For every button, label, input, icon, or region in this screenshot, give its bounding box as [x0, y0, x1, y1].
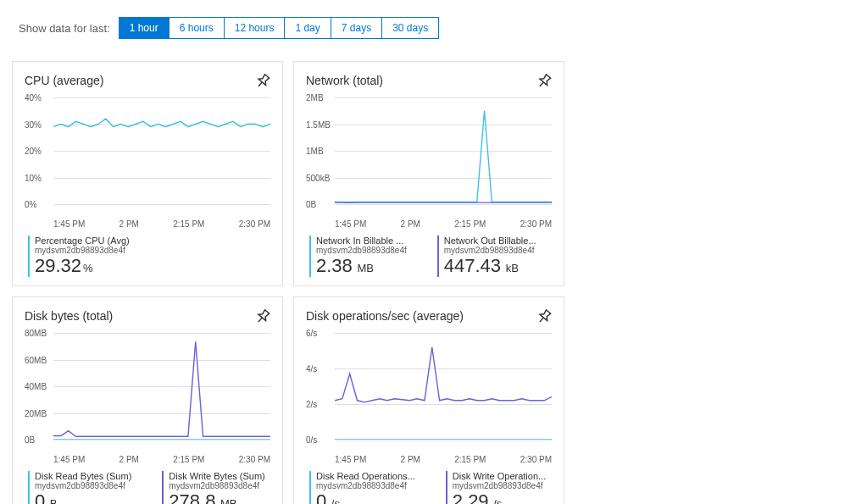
- y-tick: 40MB: [25, 382, 47, 391]
- x-axis: 1:45 PM2 PM2:15 PM2:30 PM: [53, 219, 270, 229]
- y-tick: 0/s: [306, 435, 317, 445]
- chart-area: 0%10%20%30%40%: [25, 97, 270, 216]
- y-tick: 0%: [25, 200, 36, 209]
- y-tick: 60MB: [25, 355, 47, 364]
- legend-value: 2.29: [453, 490, 489, 504]
- metric-tile: Network (total)0B500kB1MB1.5MB2MB1:45 PM…: [293, 61, 564, 286]
- pin-icon[interactable]: [252, 306, 273, 327]
- legend-name: Disk Write Operation...: [453, 471, 546, 481]
- x-tick: 1:45 PM: [53, 455, 85, 464]
- time-range-6-hours[interactable]: 6 hours: [170, 17, 225, 39]
- legend-value: 29.32: [35, 255, 81, 276]
- x-tick: 1:45 PM: [53, 219, 85, 229]
- legend-resource: mydsvm2db98893d8e4f: [316, 246, 407, 255]
- y-tick: 10%: [25, 173, 42, 182]
- y-tick: 0B: [25, 435, 35, 445]
- legend-item: Network Out Billable...mydsvm2db98893d8e…: [437, 235, 536, 277]
- legend-name: Percentage CPU (Avg): [35, 235, 130, 246]
- legend-item: Network In Billable ...mydsvm2db98893d8e…: [309, 235, 407, 277]
- x-tick: 2:30 PM: [239, 455, 270, 464]
- legend-unit: /s: [491, 497, 503, 504]
- y-tick: 500kB: [306, 173, 330, 182]
- legend-name: Disk Read Bytes (Sum): [35, 471, 131, 481]
- legend-resource: mydsvm2db98893d8e4f: [444, 246, 536, 255]
- tile-title: CPU (average): [25, 74, 103, 87]
- chart-area: 0/s2/s4/s6/s: [306, 333, 552, 451]
- pin-icon[interactable]: [252, 70, 273, 91]
- legend-item: Disk Read Bytes (Sum)mydsvm2db98893d8e4f…: [28, 471, 131, 504]
- y-tick: 20%: [25, 147, 42, 156]
- pin-icon[interactable]: [533, 70, 554, 91]
- time-range-30-days[interactable]: 30 days: [382, 17, 439, 39]
- legend-name: Disk Write Bytes (Sum): [169, 471, 264, 481]
- legend-value: 447.43: [444, 255, 501, 276]
- y-tick: 2/s: [306, 400, 317, 409]
- time-range-buttons: 1 hour6 hours12 hours1 day7 days30 days: [119, 17, 440, 39]
- legend: Percentage CPU (Avg)mydsvm2db98893d8e4f2…: [28, 235, 270, 277]
- legend-name: Network Out Billable...: [444, 235, 536, 246]
- metric-tile: Disk bytes (total)0B20MB40MB60MB80MB1:45…: [12, 296, 283, 504]
- legend-unit: MB: [354, 262, 374, 274]
- legend-item: Disk Write Operation...mydsvm2db98893d8e…: [446, 471, 546, 504]
- legend-resource: mydsvm2db98893d8e4f: [169, 481, 264, 490]
- legend-name: Disk Read Operations...: [316, 471, 415, 481]
- y-tick: 6/s: [306, 329, 317, 338]
- legend-unit: kB: [503, 262, 519, 274]
- y-tick: 0B: [306, 200, 316, 209]
- pin-icon[interactable]: [533, 306, 554, 327]
- legend-unit: MB: [217, 497, 236, 504]
- legend-value: 0: [35, 490, 45, 504]
- time-range-1-hour[interactable]: 1 hour: [119, 17, 170, 39]
- time-range-label: Show data for last:: [19, 22, 110, 35]
- y-tick: 2MB: [306, 93, 324, 102]
- tile-title: Disk operations/sec (average): [306, 309, 464, 323]
- x-tick: 2 PM: [401, 455, 420, 464]
- time-range-7-days[interactable]: 7 days: [331, 17, 382, 39]
- legend-unit: B: [47, 497, 57, 504]
- legend: Network In Billable ...mydsvm2db98893d8e…: [309, 235, 552, 277]
- x-tick: 2 PM: [401, 219, 420, 229]
- time-range-1-day[interactable]: 1 day: [285, 17, 331, 39]
- legend-unit: /s: [328, 497, 340, 504]
- metric-tile: Disk operations/sec (average)0/s2/s4/s6/…: [293, 296, 564, 504]
- x-tick: 2 PM: [120, 455, 139, 464]
- x-axis: 1:45 PM2 PM2:15 PM2:30 PM: [335, 455, 552, 464]
- svg-line-2: [258, 318, 262, 322]
- x-tick: 1:45 PM: [335, 455, 366, 464]
- x-tick: 2:30 PM: [239, 219, 270, 229]
- y-tick: 30%: [25, 119, 42, 129]
- legend-resource: mydsvm2db98893d8e4f: [316, 481, 415, 490]
- y-tick: 4/s: [306, 364, 317, 374]
- x-tick: 1:45 PM: [335, 219, 366, 229]
- legend-item: Disk Write Bytes (Sum)mydsvm2db98893d8e4…: [162, 471, 264, 504]
- tile-title: Disk bytes (total): [25, 309, 113, 323]
- x-tick: 2:15 PM: [173, 219, 204, 229]
- y-tick: 20MB: [25, 408, 47, 418]
- y-tick: 1MB: [306, 147, 324, 156]
- y-tick: 1.5MB: [306, 119, 331, 129]
- legend-resource: mydsvm2db98893d8e4f: [35, 481, 131, 490]
- x-tick: 2:15 PM: [173, 455, 204, 464]
- metric-tile: CPU (average)0%10%20%30%40%1:45 PM2 PM2:…: [12, 61, 283, 286]
- x-tick: 2:15 PM: [454, 455, 486, 464]
- legend-value: 278.8: [169, 490, 215, 504]
- x-tick: 2:15 PM: [454, 219, 486, 229]
- x-axis: 1:45 PM2 PM2:15 PM2:30 PM: [335, 219, 552, 229]
- legend: Disk Read Operations...mydsvm2db98893d8e…: [309, 471, 552, 504]
- x-tick: 2:30 PM: [520, 455, 552, 464]
- y-tick: 40%: [25, 93, 42, 102]
- time-range-bar: Show data for last: 1 hour6 hours12 hour…: [19, 17, 844, 39]
- metric-tiles: CPU (average)0%10%20%30%40%1:45 PM2 PM2:…: [12, 61, 844, 504]
- x-tick: 2 PM: [120, 219, 139, 229]
- legend-item: Percentage CPU (Avg)mydsvm2db98893d8e4f2…: [28, 235, 130, 277]
- svg-line-3: [540, 318, 543, 322]
- x-axis: 1:45 PM2 PM2:15 PM2:30 PM: [53, 455, 270, 464]
- svg-line-1: [540, 82, 543, 86]
- x-tick: 2:30 PM: [520, 219, 552, 229]
- legend-name: Network In Billable ...: [316, 235, 407, 246]
- legend-value: 0: [316, 490, 326, 504]
- time-range-12-hours[interactable]: 12 hours: [225, 17, 286, 39]
- legend-resource: mydsvm2db98893d8e4f: [453, 481, 546, 490]
- legend-resource: mydsvm2db98893d8e4f: [35, 246, 130, 255]
- legend: Disk Read Bytes (Sum)mydsvm2db98893d8e4f…: [28, 471, 270, 504]
